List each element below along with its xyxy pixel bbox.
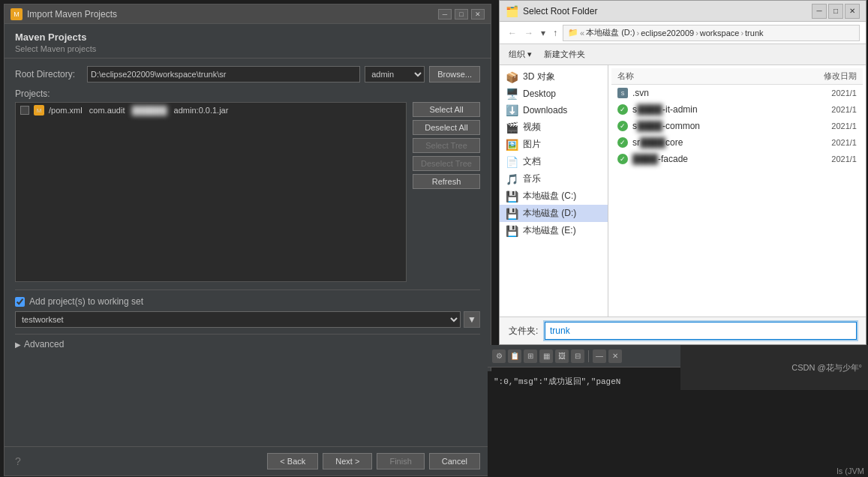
maven-footer: ? < Back Next > Finish Cancel	[5, 446, 491, 476]
organize-btn[interactable]: 组织 ▾	[506, 47, 535, 62]
projects-label: Projects:	[15, 88, 480, 99]
folder-sidebar: 📦 3D 对象 🖥️ Desktop ⬇️ Downloads 🎬 视频 🖼️ …	[500, 65, 608, 316]
maven-window-controls: ─ □ ✕	[438, 9, 485, 20]
folder-name-input[interactable]	[545, 322, 857, 340]
back-nav-btn[interactable]: ←	[506, 26, 519, 40]
folder-minimize-btn[interactable]: ─	[812, 4, 827, 19]
sidebar-item-music[interactable]: 🎵 音乐	[500, 170, 608, 188]
projects-list[interactable]: M /pom.xml com.audit ██████ admin:0.0.1.…	[15, 102, 407, 282]
maven-dialog: M Import Maven Projects ─ □ ✕ Maven Proj…	[4, 4, 491, 476]
deselect-tree-button[interactable]: Deselect Tree	[413, 156, 480, 171]
list-item[interactable]: ✓ ████-facade 2021/1	[611, 151, 863, 167]
sidebar-item-diske[interactable]: 💾 本地磁盘 (E:)	[500, 222, 608, 239]
advanced-toggle[interactable]: ▶ Advanced	[15, 339, 480, 350]
organize-label: 组织	[509, 49, 525, 60]
jvm-status: ls (JVM	[836, 466, 864, 476]
back-button[interactable]: < Back	[267, 453, 318, 470]
desktop-label: Desktop	[523, 88, 556, 99]
sidebar-item-diskc[interactable]: 💾 本地磁盘 (C:)	[500, 188, 608, 205]
list-item[interactable]: ✓ s████-common 2021/1	[611, 118, 863, 134]
maven-close-btn[interactable]: ✕	[471, 9, 485, 20]
file-date-svn: 2021/1	[797, 88, 857, 98]
project-buttons: Select All Deselect All Select Tree Dese…	[413, 102, 480, 282]
folder-window-controls: ─ □ ✕	[812, 4, 860, 19]
tb-icon-4[interactable]: ▦	[539, 350, 553, 363]
file-name-facade: ████-facade	[632, 154, 792, 164]
csdn-watermark-area: CSDN @花与少年°	[680, 345, 868, 390]
maven-title-left: M Import Maven Projects	[11, 8, 117, 20]
addr-sep-4: ›	[740, 28, 743, 38]
addr-part-eclipse: eclipse202009	[641, 28, 694, 38]
folder-green-icon-1: ✓	[617, 104, 628, 115]
file-date-core: 2021/1	[797, 138, 857, 147]
diskd-label: 本地磁盘 (D:)	[523, 207, 576, 220]
sidebar-item-diskd[interactable]: 💾 本地磁盘 (D:)	[500, 205, 608, 222]
tb-icon-3[interactable]: ⊞	[524, 350, 537, 363]
folder-close-btn[interactable]: ✕	[845, 4, 860, 19]
sidebar-item-pictures[interactable]: 🖼️ 图片	[500, 136, 608, 153]
select-all-button[interactable]: Select All	[413, 102, 480, 117]
ws-dropdown-arrow[interactable]: ▼	[464, 311, 480, 328]
advanced-label: Advanced	[24, 339, 64, 350]
help-icon[interactable]: ?	[15, 455, 21, 467]
maven-minimize-btn[interactable]: ─	[438, 9, 452, 20]
next-button[interactable]: Next >	[323, 453, 372, 470]
folder-maximize-btn[interactable]: □	[828, 4, 843, 19]
maven-header-subtitle: Select Maven projects	[15, 44, 480, 53]
addr-sep-1: «	[580, 28, 584, 38]
sidebar-item-downloads[interactable]: ⬇️ Downloads	[500, 102, 608, 118]
folder-dialog: 🗂️ Select Root Folder ─ □ ✕ ← → ▾ ↑ 📁 « …	[499, 0, 866, 345]
project-text: /pom.xml com.audit ██████ admin:0.0.1.ja…	[49, 106, 228, 115]
folder-title-icon: 🗂️	[506, 5, 518, 17]
folder-name-label: 文件夹:	[509, 325, 539, 338]
file-name-core: sr████core	[632, 137, 792, 148]
list-item[interactable]: ✓ s████-it-admin 2021/1	[611, 101, 863, 118]
diskc-label: 本地磁盘 (C:)	[523, 190, 576, 202]
list-item[interactable]: S .svn 2021/1	[611, 85, 863, 101]
finish-button[interactable]: Finish	[377, 453, 424, 470]
recent-nav-btn[interactable]: ▾	[539, 26, 548, 40]
tb-icon-6[interactable]: ⊟	[571, 350, 584, 363]
tb-icon-5[interactable]: 🖼	[555, 350, 569, 363]
maven-maximize-btn[interactable]: □	[455, 9, 468, 20]
root-dir-dropdown[interactable]: admin	[365, 66, 425, 82]
tb-icon-1[interactable]: ⚙	[492, 350, 506, 363]
maven-header-title: Maven Projects	[15, 32, 480, 43]
maven-dialog-title: Import Maven Projects	[27, 9, 117, 20]
cancel-button[interactable]: Cancel	[429, 453, 480, 470]
folder-green-icon-2: ✓	[617, 121, 628, 131]
select-tree-button[interactable]: Select Tree	[413, 138, 480, 153]
sidebar-item-3d[interactable]: 📦 3D 对象	[500, 68, 608, 86]
new-folder-label: 新建文件夹	[544, 49, 585, 60]
up-nav-btn[interactable]: ↑	[551, 26, 560, 40]
csdn-watermark: CSDN @花与少年°	[791, 362, 862, 374]
folder-namebar: 文件夹:	[500, 316, 866, 344]
refresh-button[interactable]: Refresh	[413, 174, 480, 189]
file-date-admin: 2021/1	[797, 105, 857, 114]
folder-green-icon-4: ✓	[617, 154, 628, 164]
root-dir-input[interactable]	[87, 66, 360, 82]
new-folder-btn[interactable]: 新建文件夹	[541, 47, 588, 62]
tb-icon-7[interactable]: —	[593, 350, 606, 363]
addr-part-workspace: workspace	[700, 28, 740, 38]
forward-nav-btn[interactable]: →	[522, 26, 536, 40]
list-item[interactable]: M /pom.xml com.audit ██████ admin:0.0.1.…	[16, 103, 406, 118]
browse-button[interactable]: Browse...	[429, 66, 480, 82]
working-set-checkbox[interactable]	[15, 297, 25, 307]
address-path[interactable]: 📁 « 本地磁盘 (D:) › eclipse202009 › workspac…	[563, 25, 860, 41]
deselect-all-button[interactable]: Deselect All	[413, 120, 480, 135]
video-icon: 🎬	[506, 122, 518, 134]
tb-icon-2[interactable]: 📋	[508, 350, 521, 363]
advanced-arrow-icon: ▶	[15, 340, 21, 349]
folder-green-icon-3: ✓	[617, 137, 628, 148]
maven-header: Maven Projects Select Maven projects	[5, 24, 491, 58]
maven-icon: M	[11, 8, 23, 20]
col-name-header: 名称	[617, 70, 797, 82]
tb-icon-8[interactable]: ✕	[608, 350, 622, 363]
sidebar-item-documents[interactable]: 📄 文档	[500, 153, 608, 170]
list-item[interactable]: ✓ sr████core 2021/1	[611, 134, 863, 151]
sidebar-item-video[interactable]: 🎬 视频	[500, 118, 608, 136]
project-checkbox[interactable]	[20, 106, 29, 115]
ws-dropdown[interactable]: testworkset	[15, 311, 461, 328]
sidebar-item-desktop[interactable]: 🖥️ Desktop	[500, 86, 608, 102]
